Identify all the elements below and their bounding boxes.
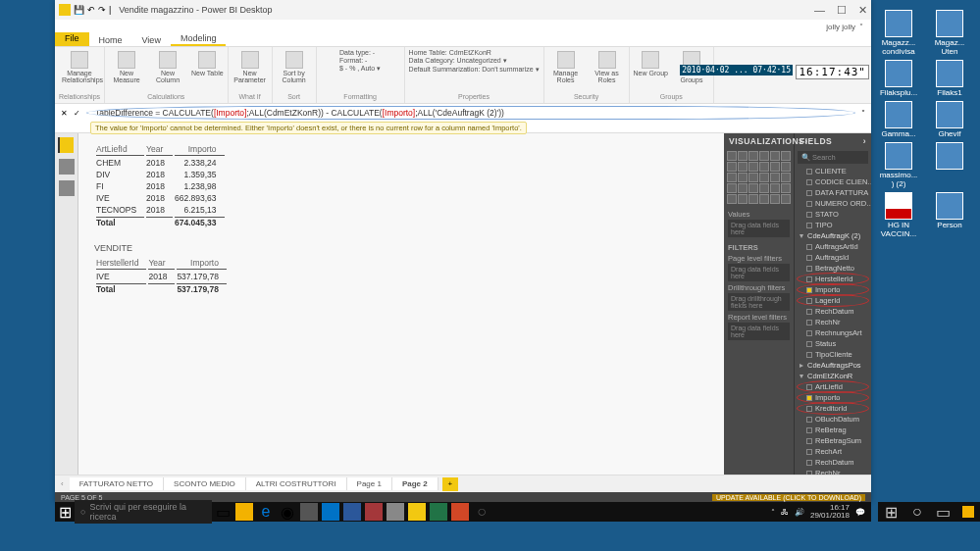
- field-checkbox[interactable]: [806, 190, 812, 196]
- field-column[interactable]: LagerId: [795, 295, 871, 306]
- viz-type-icon[interactable]: [759, 162, 769, 172]
- field-column[interactable]: TipoCliente: [795, 349, 871, 360]
- minimize-button[interactable]: —: [814, 4, 825, 17]
- field-table[interactable]: ▾CdmEtZKonR: [795, 371, 871, 381]
- task-view-icon[interactable]: ▭: [214, 503, 232, 521]
- viz-type-icon[interactable]: [781, 173, 791, 182]
- format-dropdown[interactable]: Format: -: [339, 57, 381, 64]
- field-checkbox[interactable]: [806, 406, 812, 412]
- field-checkbox[interactable]: [806, 287, 812, 293]
- field-checkbox[interactable]: [806, 341, 812, 347]
- page-filters-well[interactable]: Drag data fields here: [728, 264, 790, 281]
- field-column[interactable]: TIPO: [795, 220, 871, 230]
- field-checkbox[interactable]: [806, 320, 812, 326]
- viz-type-icon[interactable]: [759, 194, 769, 204]
- tray-volume-icon[interactable]: 🔊: [795, 508, 804, 517]
- field-checkbox[interactable]: [806, 417, 812, 423]
- expand-icon[interactable]: ▾: [799, 231, 804, 240]
- explorer-icon-2[interactable]: [962, 506, 974, 518]
- taskbar-date[interactable]: 29/01/2018: [810, 512, 850, 520]
- field-column[interactable]: AuftragsArtId: [795, 241, 871, 252]
- report-filters-well[interactable]: Drag data fields here: [728, 323, 790, 340]
- viz-type-icon[interactable]: [770, 183, 780, 193]
- desktop-shortcut[interactable]: Magaz... Uten: [929, 10, 970, 56]
- field-column[interactable]: OBuchDatum: [795, 414, 871, 425]
- datatype-dropdown[interactable]: Data type: -: [339, 49, 381, 56]
- powerbi-taskbar-icon[interactable]: [408, 503, 426, 521]
- table-visual-1[interactable]: ArtLiefIdYearImporto CHEM20182.338,24DIV…: [94, 141, 227, 229]
- field-column[interactable]: RechArt: [795, 446, 871, 457]
- taskbar-search-input[interactable]: ○ Scrivi qui per eseguire la ricerca: [75, 500, 212, 524]
- viz-type-icon[interactable]: [748, 183, 758, 193]
- field-column[interactable]: ReBetrag: [795, 425, 871, 435]
- table-visual-2[interactable]: HerstellerIdYearImporto IVE2018537.179,7…: [94, 255, 229, 296]
- table-row[interactable]: IVE2018537.179,78: [96, 272, 227, 281]
- viz-type-icon[interactable]: [759, 173, 769, 182]
- viz-type-icon[interactable]: [748, 151, 758, 161]
- fields-search-input[interactable]: 🔍 Search: [798, 151, 868, 164]
- field-column[interactable]: ReBetragSum: [795, 435, 871, 446]
- word-icon[interactable]: [343, 503, 361, 521]
- new-group-button[interactable]: New Group: [634, 51, 668, 76]
- summarization-dropdown[interactable]: Default Summarization: Don't summarize ▾: [409, 66, 540, 74]
- viz-type-icon[interactable]: [748, 173, 758, 182]
- table-row[interactable]: DIV20181.359,35: [96, 170, 225, 179]
- field-column[interactable]: STATO: [795, 209, 871, 220]
- field-column[interactable]: RechnungsArt: [795, 327, 871, 338]
- viz-type-icon[interactable]: [748, 162, 758, 172]
- update-available-button[interactable]: UPDATE AVAILABLE (CLICK TO DOWNLOAD): [712, 494, 865, 501]
- tray-expand-icon[interactable]: ˄: [771, 508, 775, 517]
- expand-icon[interactable]: ▸: [799, 361, 804, 370]
- viz-type-icon[interactable]: [727, 194, 737, 204]
- viz-type-icon[interactable]: [770, 194, 780, 204]
- maximize-button[interactable]: ☐: [837, 4, 847, 17]
- page-tab[interactable]: Page 1: [347, 477, 392, 490]
- viz-type-icon[interactable]: [727, 173, 737, 182]
- field-column[interactable]: RechNr: [795, 317, 871, 327]
- field-checkbox[interactable]: [806, 438, 812, 444]
- qat-undo-icon[interactable]: ↶: [87, 5, 95, 15]
- field-checkbox[interactable]: [806, 427, 812, 433]
- viz-type-icon[interactable]: [727, 183, 737, 193]
- desktop-shortcut[interactable]: Filaks1: [929, 60, 970, 97]
- tab-home[interactable]: Home: [89, 34, 132, 46]
- access-icon[interactable]: [365, 503, 383, 521]
- start-button[interactable]: ⊞: [55, 502, 75, 522]
- field-checkbox[interactable]: [806, 201, 812, 207]
- table-header[interactable]: ArtLiefId: [96, 143, 144, 156]
- table-row[interactable]: IVE2018662.893,63: [96, 193, 225, 203]
- cortana-icon-2[interactable]: ○: [910, 505, 924, 519]
- field-table[interactable]: ▾CdeAuftragK (2): [795, 230, 871, 241]
- field-checkbox[interactable]: [806, 309, 812, 315]
- field-checkbox[interactable]: [806, 384, 812, 390]
- field-column[interactable]: Status: [795, 338, 871, 349]
- model-view-icon[interactable]: [59, 180, 75, 196]
- add-page-button[interactable]: +: [442, 477, 458, 491]
- manage-roles-button[interactable]: Manage Roles: [548, 51, 584, 83]
- field-checkbox[interactable]: [806, 395, 812, 401]
- close-button[interactable]: ✕: [858, 4, 867, 17]
- explorer-icon[interactable]: [235, 503, 253, 521]
- viz-type-icon[interactable]: [759, 183, 769, 193]
- field-checkbox[interactable]: [806, 460, 812, 466]
- field-column[interactable]: CODICE CLIEN…: [795, 176, 871, 187]
- excel-icon[interactable]: [430, 503, 447, 521]
- page-tab[interactable]: FATTURATO NETTO: [70, 477, 164, 490]
- table-header[interactable]: HerstellerId: [96, 257, 146, 270]
- sort-by-column-button[interactable]: Sort by Column: [277, 51, 312, 83]
- user-chevron-icon[interactable]: ˅: [859, 23, 863, 31]
- panel-collapse-icon[interactable]: ›: [863, 136, 866, 146]
- field-column[interactable]: Importo: [795, 284, 871, 295]
- field-checkbox[interactable]: [806, 255, 812, 261]
- viz-type-icon[interactable]: [727, 162, 737, 172]
- task-view-icon-2[interactable]: ▭: [936, 505, 950, 519]
- field-column[interactable]: RechDatum: [795, 457, 871, 468]
- tray-network-icon[interactable]: 🖧: [781, 508, 789, 517]
- table-header[interactable]: Year: [148, 257, 175, 270]
- field-column[interactable]: HerstellerId: [795, 274, 871, 284]
- viz-type-icon[interactable]: [738, 162, 748, 172]
- table-row[interactable]: FI20181.238,98: [96, 181, 225, 191]
- viz-type-icon[interactable]: [748, 194, 758, 204]
- viz-type-icon[interactable]: [738, 183, 748, 193]
- field-checkbox[interactable]: [806, 212, 812, 218]
